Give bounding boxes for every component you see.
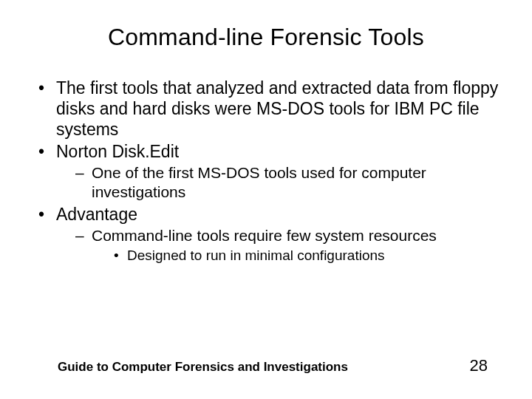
page-number: 28 [470,356,488,375]
subsub-bullet-item: Designed to run in minimal configuration… [111,247,505,265]
bullet-item: Norton Disk.Edit One of the first MS-DOS… [33,141,505,202]
sub-bullet-text: Command-line tools require few system re… [92,227,437,244]
bullet-list: The first tools that analyzed and extrac… [27,78,505,265]
footer-title: Guide to Computer Forensics and Investig… [58,360,348,375]
bullet-text: Norton Disk.Edit [56,142,179,161]
bullet-text: Advantage [56,205,137,224]
sub-bullet-list: Command-line tools require few system re… [56,226,505,265]
slide-title: Command-line Forensic Tools [27,24,505,51]
slide: Command-line Forensic Tools The first to… [0,0,532,399]
bullet-item: The first tools that analyzed and extrac… [33,78,505,140]
subsub-bullet-text: Designed to run in minimal configuration… [127,248,385,263]
sub-bullet-item: Command-line tools require few system re… [71,226,505,265]
sub-bullet-text: One of the first MS-DOS tools used for c… [92,164,426,200]
sub-bullet-list: One of the first MS-DOS tools used for c… [56,163,505,202]
subsub-bullet-list: Designed to run in minimal configuration… [92,247,505,265]
slide-footer: Guide to Computer Forensics and Investig… [58,356,488,375]
bullet-text: The first tools that analyzed and extrac… [56,78,498,139]
sub-bullet-item: One of the first MS-DOS tools used for c… [71,163,505,202]
bullet-item: Advantage Command-line tools require few… [33,204,505,265]
